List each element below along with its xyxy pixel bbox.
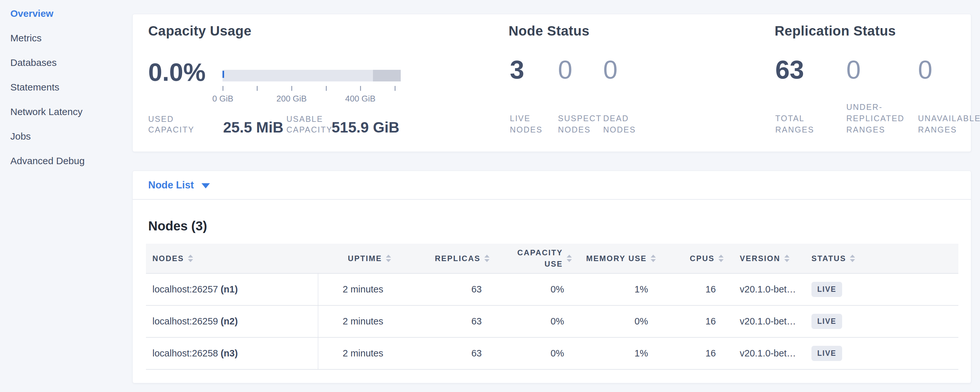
sidebar-item-databases[interactable]: Databases	[0, 50, 132, 75]
status-badge: LIVE	[811, 282, 842, 297]
node-id: (n2)	[221, 316, 238, 327]
node-address-cell: localhost:26257 (n1)	[146, 274, 318, 305]
memory-use-cell: 1%	[575, 274, 659, 305]
dead-nodes-value: 0	[603, 57, 652, 83]
capacity-gauge-other-segment	[373, 70, 401, 81]
dead-nodes-stat: 0 DEAD NODES	[603, 57, 652, 135]
column-header-label: NODES	[153, 254, 184, 263]
chevron-down-icon	[202, 183, 210, 188]
used-capacity-value: 25.5 MiB	[223, 119, 283, 136]
cpus-cell: 16	[659, 338, 727, 369]
node-list-card: Node List Nodes (3) NODES UPTIME REPLICA…	[132, 171, 971, 383]
sidebar-item-metrics[interactable]: Metrics	[0, 26, 132, 50]
under-replicated-ranges-stat: 0 UNDER-REPLICATED RANGES	[846, 57, 924, 135]
node-list-selector-label: Node List	[148, 179, 194, 191]
column-header-label: CPUS	[690, 254, 714, 263]
column-header-capacity-use[interactable]: CAPACITY USE	[493, 244, 575, 273]
live-nodes-label: LIVE NODES	[510, 113, 552, 135]
replication-status-section: Replication Status 63 TOTAL RANGES 0 UND…	[775, 14, 968, 151]
memory-use-cell: 0%	[575, 306, 659, 337]
node-status-title: Node Status	[509, 23, 590, 39]
column-header-label: UPTIME	[348, 254, 382, 263]
sidebar-item-advanced-debug[interactable]: Advanced Debug	[0, 149, 132, 173]
live-nodes-value: 3	[510, 57, 554, 83]
sidebar: Overview Metrics Databases Statements Ne…	[0, 0, 132, 392]
unavailable-ranges-stat: 0 UNAVAILABLE RANGES	[918, 57, 980, 135]
axis-tick	[360, 86, 361, 91]
sort-icon[interactable]	[850, 255, 855, 262]
suspect-nodes-label: SUSPECT NODES	[558, 113, 603, 135]
node-address-cell: localhost:26259 (n2)	[146, 306, 318, 337]
table-row-node-3[interactable]: localhost:26258 (n3) 2 minutes 63 0% 1% …	[146, 338, 958, 370]
sort-icon[interactable]	[188, 255, 193, 262]
sort-icon[interactable]	[484, 255, 490, 262]
replicas-cell: 63	[394, 274, 493, 305]
sort-icon[interactable]	[567, 255, 572, 262]
unavailable-ranges-label: UNAVAILABLE RANGES	[918, 113, 980, 135]
node-list-view-selector[interactable]: Node List	[133, 171, 971, 200]
column-header-nodes[interactable]: NODES	[146, 244, 318, 273]
sort-icon[interactable]	[651, 255, 656, 262]
table-row-node-2[interactable]: localhost:26259 (n2) 2 minutes 63 0% 0% …	[146, 306, 958, 338]
capacity-use-cell: 0%	[493, 306, 575, 337]
version-cell: v20.1.0-bet…	[727, 338, 808, 369]
replicas-cell: 63	[394, 306, 493, 337]
column-header-label: STATUS	[811, 254, 846, 263]
total-ranges-stat: 63 TOTAL RANGES	[775, 57, 840, 135]
sidebar-item-overview[interactable]: Overview	[0, 1, 132, 26]
unavailable-ranges-value: 0	[918, 57, 980, 83]
axis-tick	[395, 86, 396, 91]
axis-tick-label: 0 GiB	[197, 94, 249, 104]
column-header-uptime[interactable]: UPTIME	[318, 244, 394, 273]
node-address: localhost:26257	[153, 284, 218, 295]
capacity-gauge-used-bar	[223, 71, 224, 78]
capacity-use-cell: 0%	[493, 338, 575, 369]
column-header-status[interactable]: STATUS	[808, 244, 958, 273]
status-cell: LIVE	[808, 274, 958, 305]
capacity-gauge-track	[223, 70, 401, 81]
capacity-use-cell: 0%	[493, 274, 575, 305]
version-cell: v20.1.0-bet…	[727, 306, 808, 337]
capacity-usage-title: Capacity Usage	[148, 23, 251, 39]
nodes-count-title: Nodes (3)	[148, 219, 207, 233]
sort-icon[interactable]	[386, 255, 391, 262]
nodes-table-header: NODES UPTIME REPLICAS CAPACITY USE MEMOR…	[146, 244, 958, 274]
sort-icon[interactable]	[784, 255, 789, 262]
column-header-replicas[interactable]: REPLICAS	[394, 244, 493, 273]
node-id: (n1)	[221, 284, 238, 295]
capacity-usage-section: Capacity Usage 0.0% 0 GiB 200 GiB 400 Gi…	[148, 14, 497, 151]
column-header-label: REPLICAS	[435, 254, 480, 263]
node-address: localhost:26259	[153, 316, 218, 327]
memory-use-cell: 1%	[575, 338, 659, 369]
sidebar-item-statements[interactable]: Statements	[0, 75, 132, 100]
cluster-summary-card: Capacity Usage 0.0% 0 GiB 200 GiB 400 Gi…	[132, 14, 971, 152]
sidebar-item-network-latency[interactable]: Network Latency	[0, 100, 132, 124]
status-cell: LIVE	[808, 338, 958, 369]
axis-tick	[257, 86, 258, 91]
column-header-memory-use[interactable]: MEMORY USE	[575, 244, 659, 273]
node-address: localhost:26258	[153, 348, 218, 359]
usable-capacity-label: USABLE CAPACITY	[286, 114, 336, 136]
column-header-version[interactable]: VERSION	[727, 244, 808, 273]
replicas-cell: 63	[394, 338, 493, 369]
axis-tick-label: 400 GiB	[334, 94, 386, 104]
axis-tick	[291, 86, 292, 91]
column-header-cpus[interactable]: CPUS	[659, 244, 727, 273]
total-ranges-value: 63	[775, 57, 840, 83]
column-header-label: MEMORY USE	[586, 254, 647, 263]
cpus-cell: 16	[659, 306, 727, 337]
replication-status-title: Replication Status	[775, 23, 896, 39]
live-nodes-stat: 3 LIVE NODES	[510, 57, 554, 135]
uptime-cell: 2 minutes	[318, 274, 394, 305]
capacity-used-percent: 0.0%	[148, 59, 206, 84]
used-capacity-label: USED CAPACITY	[148, 114, 198, 136]
column-header-label: VERSION	[740, 254, 780, 263]
under-replicated-ranges-value: 0	[846, 57, 924, 83]
cpus-cell: 16	[659, 274, 727, 305]
column-header-label: CAPACITY USE	[514, 247, 563, 270]
axis-tick	[223, 86, 223, 91]
sort-icon[interactable]	[719, 255, 724, 262]
sidebar-item-jobs[interactable]: Jobs	[0, 124, 132, 149]
table-row-node-1[interactable]: localhost:26257 (n1) 2 minutes 63 0% 1% …	[146, 274, 958, 306]
node-id: (n3)	[221, 348, 238, 359]
